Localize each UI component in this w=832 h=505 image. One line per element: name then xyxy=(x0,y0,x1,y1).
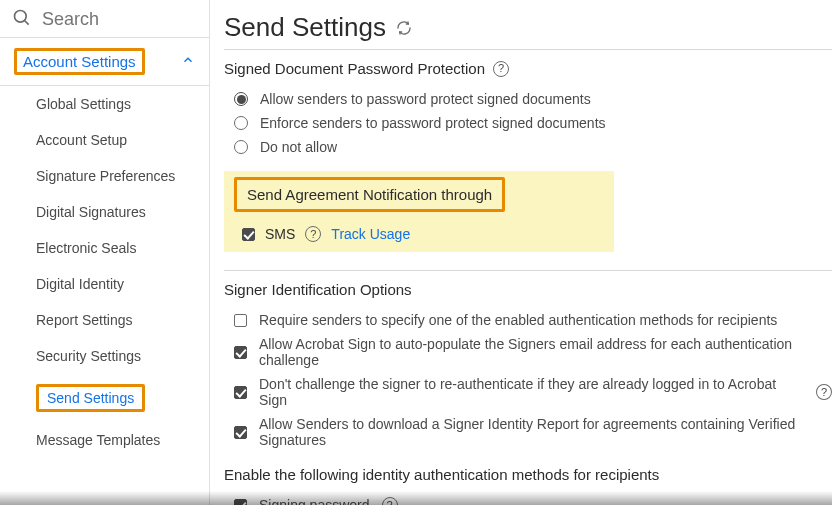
search-icon xyxy=(12,8,32,31)
nav-item-message-templates[interactable]: Message Templates xyxy=(0,422,209,458)
checkbox-icon xyxy=(234,346,247,359)
checkbox-label: Allow Acrobat Sign to auto-populate the … xyxy=(259,336,832,368)
nav-item-digital-signatures[interactable]: Digital Signatures xyxy=(0,194,209,230)
section-signer-id-heading: Signer Identification Options xyxy=(224,281,832,298)
checkbox-download-report[interactable]: Allow Senders to download a Signer Ident… xyxy=(224,412,832,452)
svg-line-1 xyxy=(25,21,29,25)
notification-block: Send Agreement Notification through SMS … xyxy=(224,171,614,252)
radio-do-not-allow[interactable]: Do not allow xyxy=(224,135,832,159)
radio-allow-password[interactable]: Allow senders to password protect signed… xyxy=(224,87,832,111)
section-auth-methods-title: Enable the following identity authentica… xyxy=(224,466,659,483)
sidebar: Account Settings Global Settings Account… xyxy=(0,0,210,505)
checkbox-label: Allow Senders to download a Signer Ident… xyxy=(259,416,832,448)
help-icon[interactable]: ? xyxy=(305,226,321,242)
radio-label: Enforce senders to password protect sign… xyxy=(260,115,606,131)
nav-item-label: Send Settings xyxy=(47,390,134,406)
checkbox-icon xyxy=(234,314,247,327)
checkbox-icon xyxy=(234,386,247,399)
refresh-icon[interactable] xyxy=(396,12,412,43)
main-content: Send Settings Signed Document Password P… xyxy=(210,0,832,505)
checkbox-icon xyxy=(234,426,247,439)
radio-enforce-password[interactable]: Enforce senders to password protect sign… xyxy=(224,111,832,135)
highlight-account-settings: Account Settings xyxy=(14,48,145,75)
help-icon[interactable]: ? xyxy=(493,61,509,77)
page-title: Send Settings xyxy=(224,12,832,43)
nav-item-account-setup[interactable]: Account Setup xyxy=(0,122,209,158)
nav-section-label: Account Settings xyxy=(23,53,136,70)
highlight-notification-heading: Send Agreement Notification through xyxy=(234,177,505,212)
section-password-heading: Signed Document Password Protection ? xyxy=(224,60,832,77)
checkbox-signing-password[interactable]: Signing password ? xyxy=(224,493,832,505)
checkbox-sms-label: SMS xyxy=(265,226,295,242)
nav-list: Global Settings Account Setup Signature … xyxy=(0,86,209,458)
section-password-title: Signed Document Password Protection xyxy=(224,60,485,77)
checkbox-sms[interactable] xyxy=(242,228,255,241)
help-icon[interactable]: ? xyxy=(382,497,398,505)
help-icon[interactable]: ? xyxy=(816,384,832,400)
nav-item-report-settings[interactable]: Report Settings xyxy=(0,302,209,338)
checkbox-dont-challenge[interactable]: Don't challenge the signer to re-authent… xyxy=(224,372,832,412)
nav-item-global-settings[interactable]: Global Settings xyxy=(0,86,209,122)
checkbox-icon xyxy=(234,499,247,506)
checkbox-auto-populate[interactable]: Allow Acrobat Sign to auto-populate the … xyxy=(224,332,832,372)
radio-icon xyxy=(234,92,248,106)
radio-label: Allow senders to password protect signed… xyxy=(260,91,591,107)
divider xyxy=(224,49,832,50)
track-usage-link[interactable]: Track Usage xyxy=(331,226,410,242)
nav-item-send-settings[interactable]: Send Settings xyxy=(0,374,209,422)
checkbox-label: Signing password xyxy=(259,497,370,505)
nav-item-security-settings[interactable]: Security Settings xyxy=(0,338,209,374)
nav-item-signature-preferences[interactable]: Signature Preferences xyxy=(0,158,209,194)
radio-icon xyxy=(234,140,248,154)
svg-point-0 xyxy=(15,11,27,23)
section-notification-title: Send Agreement Notification through xyxy=(247,186,492,203)
nav-item-electronic-seals[interactable]: Electronic Seals xyxy=(0,230,209,266)
divider xyxy=(224,270,832,271)
search-field[interactable] xyxy=(0,0,209,37)
chevron-up-icon xyxy=(181,53,195,70)
sms-row: SMS ? Track Usage xyxy=(234,226,604,242)
nav-item-digital-identity[interactable]: Digital Identity xyxy=(0,266,209,302)
checkbox-label: Don't challenge the signer to re-authent… xyxy=(259,376,804,408)
checkbox-label: Require senders to specify one of the en… xyxy=(259,312,777,328)
radio-icon xyxy=(234,116,248,130)
highlight-send-settings: Send Settings xyxy=(36,384,145,412)
section-auth-methods-heading: Enable the following identity authentica… xyxy=(224,466,832,483)
section-signer-id-title: Signer Identification Options xyxy=(224,281,412,298)
nav-section-account-settings[interactable]: Account Settings xyxy=(0,37,209,86)
radio-label: Do not allow xyxy=(260,139,337,155)
page-title-text: Send Settings xyxy=(224,12,386,43)
checkbox-require-auth[interactable]: Require senders to specify one of the en… xyxy=(224,308,832,332)
search-input[interactable] xyxy=(40,8,170,31)
